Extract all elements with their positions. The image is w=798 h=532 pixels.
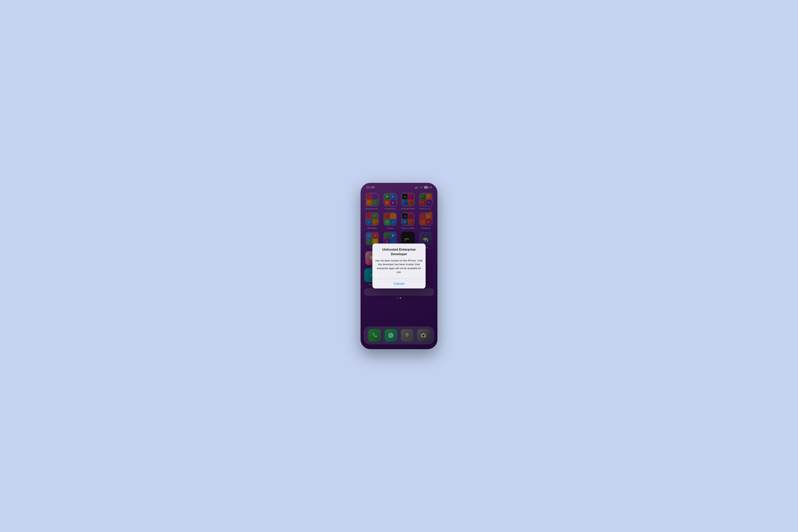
dialog-title: Untrusted Enterprise Developer: [376, 247, 422, 256]
dialog-content: Untrusted Enterprise Developer has not b…: [373, 244, 425, 279]
dialog-overlay: Untrusted Enterprise Developer has not b…: [361, 183, 437, 349]
phone-frame: 11:44: [361, 183, 437, 349]
dialog-body: has not been trusted on this iPhone. Unt…: [376, 259, 422, 274]
dialog-cancel-button[interactable]: Cancel: [373, 279, 425, 288]
alert-dialog: Untrusted Enterprise Developer has not b…: [373, 244, 425, 288]
